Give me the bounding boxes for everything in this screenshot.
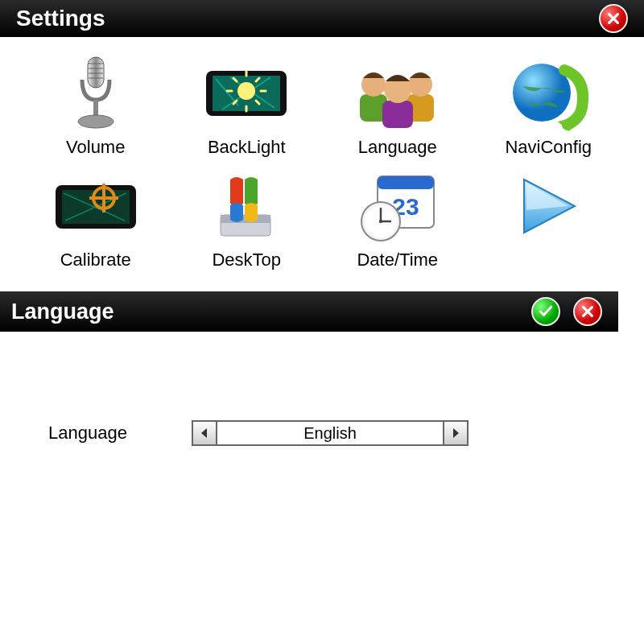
settings-item-label: BackLight <box>208 137 286 158</box>
confirm-button[interactable] <box>531 297 560 326</box>
settings-item-language[interactable]: Language <box>326 53 469 158</box>
settings-header: Settings <box>0 0 644 37</box>
settings-item-naviconfig[interactable]: NaviConfig <box>477 53 621 158</box>
settings-title: Settings <box>16 6 105 31</box>
settings-item-label: Date/Time <box>357 250 438 270</box>
close-icon <box>580 304 595 319</box>
settings-item-volume[interactable]: Volume <box>24 53 167 158</box>
settings-item-label: Calibrate <box>60 250 131 270</box>
chevron-left-icon <box>199 427 210 439</box>
settings-item-label: Language <box>358 137 437 158</box>
settings-item-datetime[interactable]: 23 Date/Time <box>326 166 469 270</box>
settings-item-backlight[interactable]: BackLight <box>175 53 319 158</box>
svg-point-23 <box>379 219 382 222</box>
svg-rect-19 <box>378 176 434 189</box>
backlight-icon <box>198 53 295 134</box>
globe-download-icon <box>500 53 597 134</box>
windows-icon <box>198 166 295 246</box>
settings-item-label: NaviConfig <box>505 137 592 158</box>
svg-rect-10 <box>382 101 413 128</box>
language-next-button[interactable] <box>443 420 469 446</box>
play-arrow-icon <box>500 166 597 246</box>
calendar-clock-icon: 23 <box>349 166 446 246</box>
language-header: Language <box>0 291 618 332</box>
settings-item-calibrate[interactable]: Calibrate <box>24 166 167 270</box>
microphone-icon <box>47 53 144 134</box>
calibrate-icon <box>47 166 144 246</box>
language-body: Language English <box>0 332 644 446</box>
settings-next-page[interactable] <box>477 166 621 270</box>
check-icon <box>538 303 554 320</box>
language-title: Language <box>11 299 114 324</box>
svg-rect-0 <box>88 57 104 88</box>
settings-item-label: DeskTop <box>212 250 281 270</box>
settings-grid: Volume BackLight <box>0 37 644 287</box>
settings-item-desktop[interactable]: DeskTop <box>175 166 319 270</box>
people-icon <box>349 53 446 134</box>
cancel-button[interactable] <box>573 297 602 326</box>
close-button[interactable] <box>599 4 628 33</box>
close-icon <box>606 11 621 26</box>
svg-point-5 <box>237 82 255 100</box>
language-spinner: English <box>192 420 469 446</box>
settings-item-label: Volume <box>66 137 125 158</box>
language-value: English <box>217 420 443 446</box>
language-prev-button[interactable] <box>192 420 217 446</box>
chevron-right-icon <box>450 427 461 439</box>
language-field-label: Language <box>48 423 169 444</box>
svg-rect-1 <box>93 100 98 116</box>
svg-point-2 <box>78 115 114 128</box>
